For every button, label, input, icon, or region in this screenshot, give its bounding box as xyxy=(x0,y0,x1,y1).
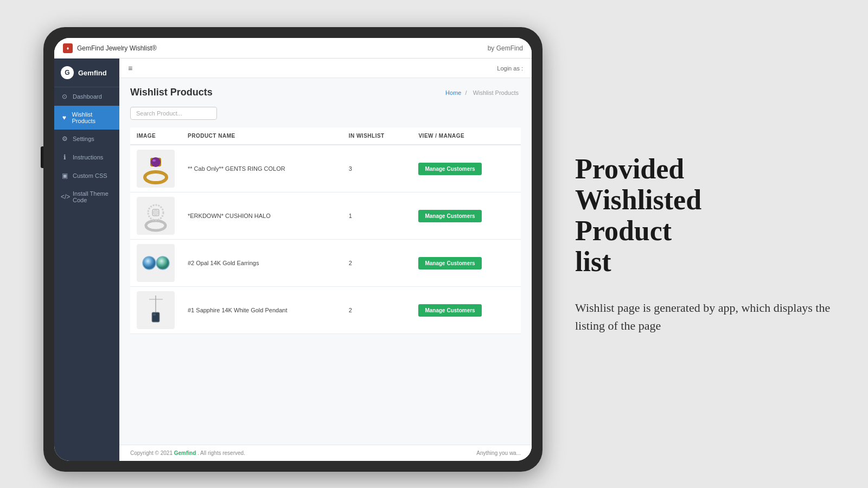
table-row: #1 Sapphire 14K White Gold Pendant 2 Man… xyxy=(130,287,521,334)
heading-line3: Product xyxy=(575,215,672,246)
sidebar-item-dashboard[interactable]: ⊙ Dashboard xyxy=(54,87,119,106)
product-image xyxy=(137,291,175,329)
table-row: #2 Opal 14K Gold Earrings 2 Manage Custo… xyxy=(130,240,521,287)
tablet-screen: ♦ GemFind Jewelry Wishlist® by GemFind G… xyxy=(54,38,532,461)
sidebar-item-label: Custom CSS xyxy=(73,172,107,179)
products-table: IMAGE PRODUCT NAME IN WISHLIST VIEW / MA… xyxy=(130,127,521,334)
hamburger-icon[interactable]: ≡ xyxy=(128,64,132,73)
table-header: IMAGE PRODUCT NAME IN WISHLIST VIEW / MA… xyxy=(130,127,521,145)
sidebar-item-label: Wishlist Products xyxy=(72,111,113,124)
sidebar-item-install-theme[interactable]: </> Install Theme Code xyxy=(54,185,119,209)
text-panel: Provided Wishlisted Product list Wishlis… xyxy=(542,132,868,357)
search-input[interactable] xyxy=(130,107,217,120)
footer-right: Anything you wa... xyxy=(476,450,521,456)
svg-point-0 xyxy=(145,172,167,183)
sidebar-item-label: Dashboard xyxy=(73,93,102,100)
text-panel-body: Wishlist page is generated by app, which… xyxy=(575,299,835,335)
in-wishlist-count: 3 xyxy=(342,145,412,192)
manage-customers-button[interactable]: Manage Customers xyxy=(418,210,481,222)
product-name: *ERKDOWN* CUSHION HALO xyxy=(181,192,342,240)
css-icon: ▣ xyxy=(61,172,68,179)
app-logo-icon: ♦ xyxy=(63,43,73,53)
table-body: ** Cab Only** GENTS RING COLOR 3 Manage … xyxy=(130,145,521,334)
in-wishlist-count: 2 xyxy=(342,240,412,287)
product-image xyxy=(137,244,175,282)
manage-customers-cell: Manage Customers xyxy=(412,192,521,240)
info-icon: ℹ xyxy=(61,153,68,161)
in-wishlist-count: 2 xyxy=(342,287,412,334)
product-image xyxy=(137,197,175,235)
sidebar-logo-label: Gemfind xyxy=(78,69,107,77)
in-wishlist-count: 1 xyxy=(342,192,412,240)
table-row: ** Cab Only** GENTS RING COLOR 3 Manage … xyxy=(130,145,521,192)
col-view-manage: VIEW / MANAGE xyxy=(412,127,521,145)
manage-customers-button[interactable]: Manage Customers xyxy=(418,257,481,269)
svg-point-4 xyxy=(146,221,165,230)
manage-customers-button[interactable]: Manage Customers xyxy=(418,163,481,175)
sidebar-item-settings[interactable]: ⚙ Settings xyxy=(54,130,119,148)
product-name: #1 Sapphire 14K White Gold Pendant xyxy=(181,287,342,334)
col-image: IMAGE xyxy=(130,127,181,145)
heart-icon: ♥ xyxy=(61,114,68,121)
breadcrumb-current: Wishlist Products xyxy=(473,89,519,96)
col-in-wishlist: IN WISHLIST xyxy=(342,127,412,145)
sidebar: G Gemfind ⊙ Dashboard ♥ Wishlist Product… xyxy=(54,59,119,461)
svg-point-9 xyxy=(156,256,169,269)
product-image xyxy=(137,150,175,188)
svg-rect-13 xyxy=(153,313,156,316)
heading-line4: list xyxy=(575,246,611,277)
dashboard-icon: ⊙ xyxy=(61,93,68,100)
manage-customers-cell: Manage Customers xyxy=(412,287,521,334)
breadcrumb: Home / Wishlist Products xyxy=(445,89,521,96)
sidebar-item-wishlist-products[interactable]: ♥ Wishlist Products xyxy=(54,106,119,130)
sidebar-item-label: Install Theme Code xyxy=(73,190,113,203)
login-text: Login as : xyxy=(497,65,523,72)
app-body: G Gemfind ⊙ Dashboard ♥ Wishlist Product… xyxy=(54,59,532,461)
breadcrumb-home[interactable]: Home xyxy=(445,89,461,96)
product-image-cell xyxy=(130,287,181,334)
heading-line2: Wishlisted xyxy=(575,184,701,215)
tablet-device: ♦ GemFind Jewelry Wishlist® by GemFind G… xyxy=(43,27,542,472)
app-header-by: by GemFind xyxy=(488,44,523,52)
footer-copyright: Copyright © 2021 xyxy=(130,450,173,456)
heading-line1: Provided xyxy=(575,153,684,184)
breadcrumb-separator: / xyxy=(465,89,467,96)
tablet-side-button xyxy=(41,146,43,168)
svg-point-2 xyxy=(151,157,161,167)
app-header-bar: ♦ GemFind Jewelry Wishlist® by GemFind xyxy=(54,38,532,59)
sidebar-item-custom-css[interactable]: ▣ Custom CSS xyxy=(54,166,119,185)
app-footer: Copyright © 2021 Gemfind . All rights re… xyxy=(119,445,532,461)
product-image-cell xyxy=(130,145,181,192)
sidebar-item-label: Instructions xyxy=(73,154,103,160)
manage-customers-cell: Manage Customers xyxy=(412,145,521,192)
search-row xyxy=(130,107,521,120)
page-title: Wishlist Products xyxy=(130,87,213,98)
manage-customers-cell: Manage Customers xyxy=(412,240,521,287)
product-name: #2 Opal 14K Gold Earrings xyxy=(181,240,342,287)
app-header-left: ♦ GemFind Jewelry Wishlist® xyxy=(63,43,157,53)
footer-left: Copyright © 2021 Gemfind . All rights re… xyxy=(130,450,245,456)
sidebar-logo: G Gemfind xyxy=(54,59,119,87)
footer-brand: Gemfind xyxy=(174,450,196,456)
product-image-cell xyxy=(130,192,181,240)
sidebar-logo-icon: G xyxy=(61,66,74,79)
svg-point-8 xyxy=(143,256,156,269)
sidebar-logo-letter: G xyxy=(65,69,69,76)
content-header: ≡ Login as : xyxy=(119,59,532,78)
text-panel-heading: Provided Wishlisted Product list xyxy=(575,153,835,278)
product-name: ** Cab Only** GENTS RING COLOR xyxy=(181,145,342,192)
manage-customers-button[interactable]: Manage Customers xyxy=(418,304,481,317)
product-image-cell xyxy=(130,240,181,287)
sidebar-item-instructions[interactable]: ℹ Instructions xyxy=(54,148,119,166)
col-product-name: PRODUCT NAME xyxy=(181,127,342,145)
code-icon: </> xyxy=(61,193,68,201)
gear-icon: ⚙ xyxy=(61,135,68,143)
sidebar-item-label: Settings xyxy=(73,136,94,142)
page-title-row: Wishlist Products Home / Wishlist Produc… xyxy=(130,87,521,98)
svg-point-3 xyxy=(152,159,156,162)
footer-rights: . All rights reserved. xyxy=(197,450,245,456)
content-area: ≡ Login as : Wishlist Products Home / Wi… xyxy=(119,59,532,461)
page-content: Wishlist Products Home / Wishlist Produc… xyxy=(119,78,532,445)
app-title: GemFind Jewelry Wishlist® xyxy=(77,44,157,52)
table-row: *ERKDOWN* CUSHION HALO 1 Manage Customer… xyxy=(130,192,521,240)
